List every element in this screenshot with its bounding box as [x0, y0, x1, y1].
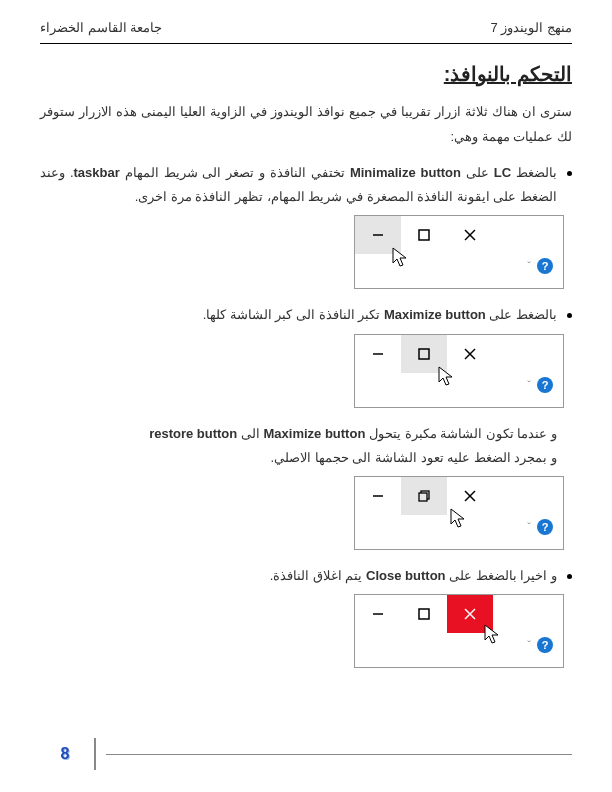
chevron-down-icon: ˇ — [527, 521, 531, 533]
footer-divider — [94, 738, 96, 770]
bullet-maximize: بالضغط على Maximize button تكبر النافذة … — [40, 303, 572, 327]
svg-rect-14 — [419, 609, 429, 619]
cursor-icon — [483, 623, 501, 645]
help-icon[interactable]: ? — [537, 377, 553, 393]
section-title: التحكم بالنوافذ: — [40, 62, 572, 86]
figure-restore: ˇ ? — [354, 476, 564, 550]
maximize-button[interactable] — [401, 595, 447, 633]
minimize-button[interactable] — [355, 595, 401, 633]
svg-rect-1 — [419, 230, 429, 240]
svg-rect-5 — [419, 349, 429, 359]
footer-line — [106, 754, 572, 755]
cursor-icon — [449, 507, 467, 529]
cursor-icon — [437, 365, 455, 387]
cursor-icon — [391, 246, 409, 268]
bullet-icon — [567, 574, 572, 579]
paragraph-restore: و عندما تكون الشاشة مكبرة يتحول Maximize… — [40, 422, 572, 470]
chevron-down-icon: ˇ — [527, 379, 531, 391]
minimize-button[interactable] — [355, 335, 401, 373]
page-number: 8 — [40, 738, 90, 770]
header-right: منهج الويندوز 7 — [491, 20, 572, 35]
help-icon[interactable]: ? — [537, 258, 553, 274]
header-left: جامعة القاسم الخضراء — [40, 20, 162, 35]
figure-close: ˇ ? — [354, 594, 564, 668]
bullet-text: بالضغط LC على Minimalize button تختفي ال… — [40, 161, 557, 209]
bullet-text: بالضغط على Maximize button تكبر النافذة … — [40, 303, 557, 327]
close-button[interactable] — [447, 216, 493, 254]
svg-rect-10 — [419, 493, 427, 501]
help-icon[interactable]: ? — [537, 637, 553, 653]
chevron-down-icon: ˇ — [527, 639, 531, 651]
bullet-icon — [567, 171, 572, 176]
bullet-close: و اخيرا بالضغط على Close button يتم اغلا… — [40, 564, 572, 588]
footer: 8 — [40, 738, 572, 770]
content: التحكم بالنوافذ: سترى ان هناك ثلاثة ازرا… — [0, 44, 612, 692]
help-icon[interactable]: ? — [537, 519, 553, 535]
figure-minimize: ˇ ? — [354, 215, 564, 289]
restore-button[interactable] — [401, 477, 447, 515]
minimize-button[interactable] — [355, 477, 401, 515]
bullet-minimize: بالضغط LC على Minimalize button تختفي ال… — [40, 161, 572, 209]
figure-maximize: ˇ ? — [354, 334, 564, 408]
bullet-text: و اخيرا بالضغط على Close button يتم اغلا… — [40, 564, 557, 588]
bullet-icon — [567, 313, 572, 318]
intro-paragraph: سترى ان هناك ثلاثة ازرار تقريبا في جميع … — [40, 100, 572, 149]
chevron-down-icon: ˇ — [527, 260, 531, 272]
